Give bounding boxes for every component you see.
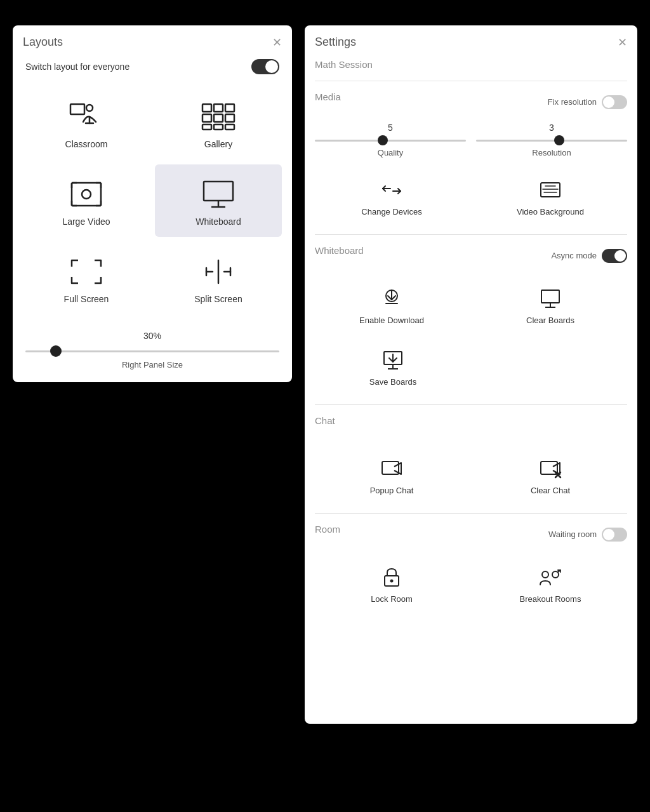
room-actions: Lock Room Breakout Rooms xyxy=(315,555,627,611)
classroom-icon xyxy=(67,101,105,133)
svg-rect-5 xyxy=(214,104,223,112)
session-label: Math Session xyxy=(315,59,373,70)
waiting-room-toggle[interactable] xyxy=(602,528,627,542)
right-panel-slider[interactable] xyxy=(25,345,279,357)
svg-rect-7 xyxy=(202,114,211,122)
media-actions: Change Devices Video Background xyxy=(315,168,627,224)
settings-panel: Settings ✕ Math Session Media Fix resolu… xyxy=(305,25,637,724)
layout-item-full-screen[interactable]: Full Screen xyxy=(23,242,150,314)
layouts-close-button[interactable]: ✕ xyxy=(272,37,282,48)
fix-resolution-toggle[interactable] xyxy=(602,95,627,109)
save-boards-row: Save Boards xyxy=(315,338,627,394)
settings-close-button[interactable]: ✕ xyxy=(618,37,627,48)
chat-header-row: Chat xyxy=(315,415,627,436)
svg-rect-12 xyxy=(225,124,234,130)
video-background-item[interactable]: Video Background xyxy=(474,168,627,224)
svg-point-45 xyxy=(390,580,394,583)
enable-download-item[interactable]: Enable Download xyxy=(315,276,468,333)
async-mode-row: Async mode xyxy=(551,249,627,263)
media-sliders: 5 Quality 3 Resolution xyxy=(315,123,627,157)
session-label-row: Math Session xyxy=(315,59,627,70)
switch-layout-row: Switch layout for everyone xyxy=(23,59,282,74)
full-screen-label: Full Screen xyxy=(64,294,109,304)
breakout-rooms-icon xyxy=(536,565,564,589)
settings-header: Settings ✕ xyxy=(315,36,627,49)
layouts-panel: Layouts ✕ Switch layout for everyone xyxy=(13,25,292,382)
clear-boards-icon xyxy=(536,286,564,310)
resolution-slider-item: 3 Resolution xyxy=(476,123,627,157)
divider-wb xyxy=(315,234,627,235)
resolution-slider[interactable] xyxy=(476,135,627,148)
svg-rect-6 xyxy=(225,104,234,112)
large-video-label: Large Video xyxy=(62,216,110,227)
media-section: Media Fix resolution 5 xyxy=(315,91,627,224)
resolution-label: Resolution xyxy=(532,148,571,157)
svg-rect-13 xyxy=(72,183,101,206)
svg-rect-40 xyxy=(382,462,399,474)
quality-value: 5 xyxy=(388,123,393,133)
whiteboard-icon xyxy=(199,178,237,210)
room-header-row: Room Waiting room xyxy=(315,524,627,545)
room-label: Room xyxy=(315,524,340,535)
divider-room xyxy=(315,513,627,514)
layout-item-large-video[interactable]: Large Video xyxy=(23,164,150,237)
popup-chat-icon xyxy=(378,456,406,481)
right-panel-value: 30% xyxy=(25,331,279,341)
enable-download-label: Enable Download xyxy=(359,316,424,325)
media-label: Media xyxy=(315,91,341,102)
enable-download-icon xyxy=(378,286,406,310)
quality-slider[interactable] xyxy=(315,135,466,148)
svg-point-46 xyxy=(542,571,548,578)
waiting-room-label: Waiting room xyxy=(548,529,597,539)
full-screen-icon xyxy=(67,256,105,288)
video-background-icon xyxy=(536,178,564,202)
right-panel-label: Right Panel Size xyxy=(25,360,279,369)
layout-item-gallery[interactable]: Gallery xyxy=(155,87,282,159)
async-mode-label: Async mode xyxy=(551,251,597,260)
layout-item-classroom[interactable]: Classroom xyxy=(23,87,150,159)
save-boards-icon xyxy=(379,348,407,372)
clear-boards-item[interactable]: Clear Boards xyxy=(474,276,627,333)
clear-boards-label: Clear Boards xyxy=(526,316,574,325)
right-panel-size-section: 30% Right Panel Size xyxy=(23,324,282,372)
divider-top xyxy=(315,81,627,81)
large-video-icon xyxy=(67,178,105,210)
svg-rect-8 xyxy=(214,114,223,122)
layout-item-whiteboard[interactable]: Whiteboard xyxy=(155,164,282,237)
svg-point-14 xyxy=(82,190,91,199)
change-devices-label: Change Devices xyxy=(361,207,421,216)
lock-room-label: Lock Room xyxy=(371,594,413,604)
async-mode-toggle[interactable] xyxy=(602,249,627,263)
classroom-label: Classroom xyxy=(65,139,108,149)
waiting-room-row: Waiting room xyxy=(548,528,627,542)
svg-rect-11 xyxy=(214,124,223,130)
switch-layout-toggle[interactable] xyxy=(251,59,279,74)
clear-chat-label: Clear Chat xyxy=(531,486,570,495)
save-boards-item[interactable]: Save Boards xyxy=(315,338,471,394)
gallery-icon xyxy=(199,101,237,133)
layout-item-split-screen[interactable]: Split Screen xyxy=(155,242,282,314)
save-boards-label: Save Boards xyxy=(369,377,416,387)
change-devices-item[interactable]: Change Devices xyxy=(315,168,468,224)
popup-chat-item[interactable]: Popup Chat xyxy=(315,446,468,503)
svg-rect-23 xyxy=(204,182,233,201)
lock-room-item[interactable]: Lock Room xyxy=(315,555,468,611)
breakout-rooms-item[interactable]: Breakout Rooms xyxy=(474,555,627,611)
breakout-rooms-label: Breakout Rooms xyxy=(520,594,581,604)
video-background-label: Video Background xyxy=(517,207,584,216)
whiteboard-section: Whiteboard Async mode xyxy=(315,245,627,394)
clear-chat-icon xyxy=(536,456,564,481)
quality-label: Quality xyxy=(378,148,403,157)
clear-chat-item[interactable]: Clear Chat xyxy=(474,446,627,503)
split-screen-icon xyxy=(199,256,237,288)
lock-room-icon xyxy=(378,565,406,589)
room-section: Room Waiting room xyxy=(315,524,627,611)
split-screen-label: Split Screen xyxy=(194,294,242,304)
svg-rect-4 xyxy=(202,104,211,112)
whiteboard-actions: Enable Download Clear Boards xyxy=(315,276,627,333)
switch-layout-label: Switch layout for everyone xyxy=(25,62,129,72)
whiteboard-header-row: Whiteboard Async mode xyxy=(315,245,627,266)
layouts-title: Layouts xyxy=(23,36,63,49)
settings-title: Settings xyxy=(315,36,356,49)
layout-grid: Classroom Gal xyxy=(23,87,282,314)
